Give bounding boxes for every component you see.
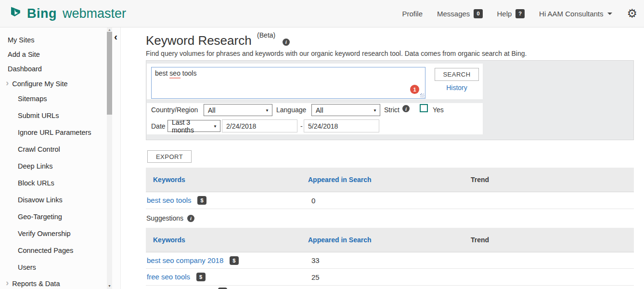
suggestions-info-icon[interactable]: i <box>187 215 194 222</box>
sidebar-item-verify-ownership[interactable]: Verify Ownership <box>0 225 120 242</box>
sidebar-item-dashboard[interactable]: Dashboard <box>0 62 120 76</box>
main-content: Keyword Research (Beta) i Find query vol… <box>120 27 644 289</box>
search-panel: best seo tools 1 SEARCH History Country/… <box>146 60 634 140</box>
date-preset-select[interactable]: Last 3 months ▼ <box>167 120 220 132</box>
table-row: free seo tools $ 25 <box>146 269 634 286</box>
appeared-value: 0 <box>308 197 471 205</box>
sidebar-item-users[interactable]: Users <box>0 259 120 276</box>
bing-webmaster-logo[interactable]: Bing webmaster <box>9 6 126 21</box>
table-row: best seo tools $ 0 <box>146 192 634 209</box>
ad-dollar-badge[interactable]: $ <box>197 196 206 205</box>
table-row: best seo company 2018 $ 33 <box>146 252 634 269</box>
sidebar-item-submit-urls[interactable]: Submit URLs <box>0 107 120 124</box>
strict-info-icon[interactable]: i <box>402 105 410 112</box>
keyword-query-input[interactable]: best seo tools 1 <box>151 67 425 99</box>
ad-dollar-badge[interactable]: $ <box>230 256 239 265</box>
appeared-value: 25 <box>308 273 471 281</box>
column-header-keywords: Keywords <box>146 236 308 244</box>
chevron-right-icon: › <box>6 78 9 88</box>
suggestions-label-row: Suggestions i <box>146 214 194 222</box>
sidebar-scrollbar[interactable]: ▲ ▼ <box>107 27 112 289</box>
sidebar-item-ignore-url-parameters[interactable]: Ignore URL Parameters <box>0 124 120 141</box>
scrollbar-thumb[interactable] <box>107 32 112 115</box>
sidebar-item-sitemaps[interactable]: Sitemaps <box>0 91 120 107</box>
chevron-down-icon: ▼ <box>213 124 217 128</box>
sidebar-item-deep-links[interactable]: Deep Links <box>0 158 120 175</box>
chevron-down-icon: ▼ <box>265 108 269 112</box>
brand-suffix: webmaster <box>63 6 126 21</box>
sidebar-item-connected-pages[interactable]: Connected Pages <box>0 242 120 259</box>
language-select[interactable]: All ▼ <box>311 104 380 116</box>
keyword-link[interactable]: best seo tools <box>147 196 192 204</box>
date-label: Date <box>151 122 166 130</box>
profile-link[interactable]: Profile <box>402 10 423 18</box>
column-header-trend: Trend <box>471 176 634 184</box>
top-header: Bing webmaster Profile Messages 0 Help ?… <box>0 0 644 27</box>
sidebar-item-disavow-links[interactable]: Disavow Links <box>0 192 120 209</box>
chevron-down-icon <box>607 13 612 15</box>
country-select[interactable]: All ▼ <box>204 104 272 116</box>
user-menu[interactable]: Hi AAM Consultants <box>539 10 612 18</box>
sidebar-item-crawl-control[interactable]: Crawl Control <box>0 141 120 158</box>
query-text: best seo tools <box>155 69 196 79</box>
misspelled-word: seo <box>169 69 180 79</box>
sidebar-item-block-urls[interactable]: Block URLs <box>0 175 120 192</box>
sidebar-item-my-sites[interactable]: My Sites <box>0 33 120 47</box>
strict-yes-label: Yes <box>433 106 444 114</box>
results-table-header: Keywords Appeared in Search Trend <box>146 168 634 192</box>
chevron-right-icon: › <box>6 277 9 288</box>
appeared-value: 33 <box>308 256 471 264</box>
sidebar-item-geo-targeting[interactable]: Geo-Targeting <box>0 209 120 225</box>
help-link[interactable]: Help ? <box>497 9 525 18</box>
messages-count-badge: 0 <box>474 9 482 18</box>
resize-handle-icon[interactable] <box>420 93 425 98</box>
page-title: Keyword Research <box>146 33 252 48</box>
sidebar-item-reports-and-data[interactable]: ›Reports & Data <box>0 276 120 289</box>
strict-label: Strict <box>384 106 399 114</box>
suggestions-label: Suggestions <box>146 214 183 222</box>
search-button[interactable]: SEARCH <box>435 68 479 81</box>
scroll-down-icon[interactable]: ▼ <box>107 284 112 288</box>
bing-b-icon <box>9 6 22 21</box>
strict-checkbox[interactable] <box>420 104 428 112</box>
page-description: Find query volumes for phrases and keywo… <box>146 50 527 57</box>
language-label: Language <box>276 106 306 114</box>
country-label: Country/Region <box>151 106 198 114</box>
suggestions-table: Keywords Appeared in Search Trend best s… <box>146 228 634 289</box>
grammarly-alert-badge[interactable]: 1 <box>410 85 419 94</box>
brand-name: Bing <box>27 6 57 21</box>
date-separator: - <box>300 122 303 130</box>
sidebar-item-configure-my-site[interactable]: ›Configure My Site <box>0 76 120 91</box>
history-link[interactable]: History <box>435 84 479 92</box>
date-to-input[interactable] <box>304 119 379 132</box>
scroll-up-icon[interactable]: ▲ <box>107 27 112 32</box>
column-header-appeared: Appeared in Search <box>308 176 471 184</box>
column-header-trend: Trend <box>471 236 634 244</box>
help-badge: ? <box>515 9 525 18</box>
date-from-input[interactable] <box>222 119 297 132</box>
column-header-keywords: Keywords <box>146 176 308 184</box>
gear-icon[interactable]: ⚙ <box>627 8 637 19</box>
beta-tag: (Beta) <box>257 31 275 39</box>
sidebar-collapse-icon[interactable]: ‹ <box>114 31 117 42</box>
table-row-partial: $ <box>146 286 634 289</box>
column-header-appeared: Appeared in Search <box>308 236 471 244</box>
keyword-link[interactable]: free seo tools <box>147 273 190 281</box>
top-nav: Profile Messages 0 Help ? Hi AAM Consult… <box>402 8 637 19</box>
chevron-down-icon: ▼ <box>373 108 377 112</box>
sidebar: My Sites Add a Site Dashboard ›Configure… <box>0 27 120 289</box>
sidebar-item-add-a-site[interactable]: Add a Site <box>0 47 120 62</box>
export-button[interactable]: EXPORT <box>147 150 192 163</box>
keyword-link[interactable]: best seo company 2018 <box>147 256 223 264</box>
suggestions-table-header: Keywords Appeared in Search Trend <box>146 228 634 252</box>
messages-link[interactable]: Messages 0 <box>437 9 483 18</box>
ad-dollar-badge[interactable]: $ <box>196 273 206 281</box>
info-icon[interactable]: i <box>283 39 290 46</box>
results-table: Keywords Appeared in Search Trend best s… <box>146 168 634 209</box>
